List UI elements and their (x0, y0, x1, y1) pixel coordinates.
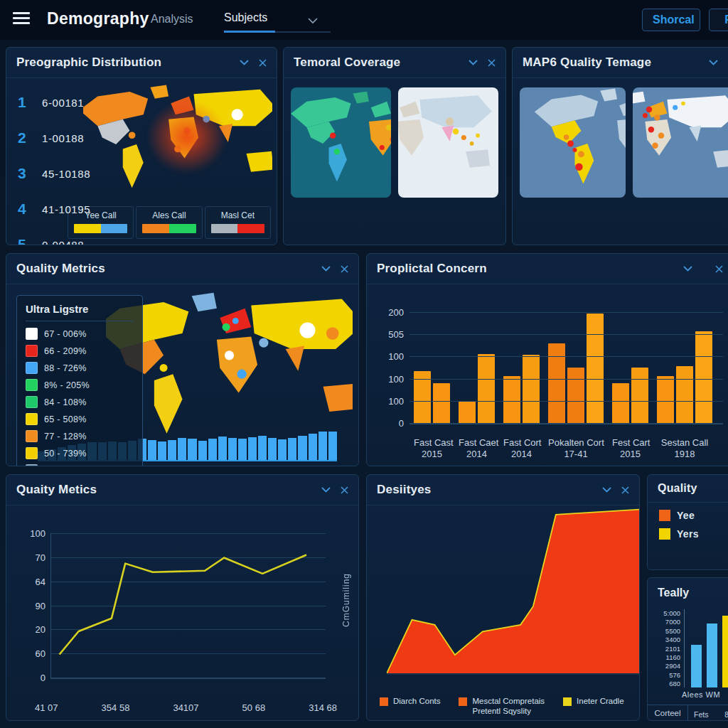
list-item-value: 0-00488 (42, 239, 84, 246)
legend-item[interactable]: Mesctal CompretaisPretentl Sqyslity (459, 696, 545, 716)
list-item[interactable]: 2 1-00188 (18, 120, 124, 156)
map-legend-item[interactable]: Masl Cet (205, 206, 271, 239)
subjects-dropdown[interactable]: Subjects (224, 9, 331, 33)
bar[interactable] (478, 354, 495, 423)
series-legend: Yee Yers (648, 510, 728, 540)
ranked-list: 1 6-00181 2 1-00188 3 45-10188 4 41-1019… (18, 85, 124, 245)
panel-temporal-coverage: Temoral Coverage (283, 47, 506, 245)
menu-icon[interactable] (13, 12, 30, 26)
list-item-value: 45-10188 (42, 168, 90, 180)
list-item-rank: 2 (18, 129, 42, 146)
list-item[interactable]: 4 41-10195 (18, 191, 124, 227)
legend-colorbar (142, 224, 196, 233)
collapse-icon[interactable] (321, 487, 331, 493)
legend-row: 77 - 128% (26, 430, 134, 442)
legend-row: 65 - 508% (26, 413, 134, 425)
map-thumbnail-americas[interactable] (520, 87, 626, 198)
legend-text: Yee (677, 510, 695, 521)
bar[interactable] (612, 383, 629, 423)
table-header-cell: Corteel (648, 705, 688, 720)
legend-swatch (659, 510, 670, 521)
bar-group (548, 312, 604, 423)
mini-bar[interactable] (691, 645, 702, 688)
bar[interactable] (567, 368, 584, 423)
legend-text: 67 - 006% (44, 329, 87, 339)
line-chart: 10070649020600 (50, 533, 326, 679)
close-icon[interactable] (259, 59, 267, 67)
legend-title: Ultra Ligstre (26, 303, 134, 321)
bar[interactable] (657, 376, 674, 423)
legend-swatch (26, 430, 38, 442)
heat-glow (147, 100, 227, 173)
list-item-rank: 5 (18, 236, 42, 245)
rotated-axis-label: CmGumiling (341, 573, 351, 627)
collapse-icon[interactable] (240, 60, 249, 65)
legend-swatch (26, 345, 38, 357)
bar-group (612, 312, 648, 423)
nav-analysis[interactable]: Analysis (151, 13, 193, 26)
panel-header: Desiityes (367, 475, 639, 505)
collapse-icon[interactable] (683, 266, 692, 272)
collapse-icon[interactable] (709, 60, 718, 65)
panel-header: Preographic Distribution (6, 48, 277, 78)
bar[interactable] (523, 355, 540, 423)
legend-text: Mesctal CompretaisPretentl Sqyslity (472, 696, 545, 716)
legend-item[interactable]: Ineter Cradle (563, 696, 623, 716)
choropleth-legend: Ultra Ligstre 67 - 006% 66 - 209% 88 - 7… (16, 295, 143, 466)
chevron-down-icon (308, 14, 318, 27)
bar[interactable] (587, 314, 604, 423)
legend-colorbar (211, 224, 264, 233)
legend-text: 66 - 209% (44, 346, 87, 356)
bar[interactable] (676, 366, 693, 423)
bar[interactable] (433, 383, 450, 423)
shorcal-button[interactable]: Shorcal (642, 9, 700, 31)
map-thumbnail-asia[interactable] (398, 87, 498, 198)
bar-group (414, 312, 450, 423)
legend-item[interactable]: Yers (659, 528, 728, 540)
map-thumbnail-africa-europe[interactable] (633, 87, 728, 198)
panel-header: Proplictal Concern (367, 254, 728, 284)
collapse-icon[interactable] (321, 266, 331, 272)
legend-swatch (26, 379, 38, 391)
top-bar: Demography Analysis Subjects Shorcal Fiv… (0, 0, 728, 40)
bar[interactable] (459, 401, 476, 423)
panel-header: MAP6 Quality Temage (513, 48, 728, 78)
list-item[interactable]: 1 6-00181 (18, 85, 124, 120)
list-item-value: 1-00188 (42, 132, 84, 144)
mini-bar-chart: 5:000700055003400210111602904576680 (652, 609, 728, 687)
close-icon[interactable] (341, 265, 348, 273)
bar[interactable] (631, 368, 648, 423)
close-icon[interactable] (621, 486, 629, 494)
bar[interactable] (503, 376, 520, 423)
list-item[interactable]: 3 45-10188 (18, 156, 124, 191)
bar[interactable] (548, 343, 565, 423)
panel-quality-metrics-map: Quality Metrics Ultra Ligstre 67 - 006% … (6, 253, 359, 466)
list-item[interactable]: 5 0-00488 (18, 227, 124, 245)
panel-header: Temoral Coverage (284, 48, 505, 78)
legend-text: 5% - 183% (44, 466, 90, 467)
legend-item[interactable]: Diarch Conts (380, 696, 440, 716)
close-icon[interactable] (488, 59, 496, 67)
collapse-icon[interactable] (602, 487, 611, 493)
mini-chart-x-label: Alees WM (682, 690, 720, 699)
legend-row: 67 - 006% (26, 328, 134, 340)
panel-header: Quaity Metics (6, 475, 358, 505)
list-item-rank: 3 (18, 165, 42, 182)
collapse-icon[interactable] (469, 60, 478, 65)
legend-swatch (380, 697, 388, 706)
legend-text: Diarch Conts (393, 696, 440, 716)
mini-bar[interactable] (707, 623, 717, 687)
legend-text: 77 - 128% (44, 432, 87, 441)
legend-item[interactable]: Yee (659, 510, 728, 521)
dashboard-root: Demography Analysis Subjects Shorcal Fiv… (0, 0, 728, 728)
bar-group (459, 312, 495, 423)
bar[interactable] (695, 331, 712, 423)
panel-title: Desiityes (377, 483, 592, 497)
close-icon[interactable] (341, 486, 348, 494)
map-thumbnail-world[interactable] (291, 87, 391, 198)
mini-bar[interactable] (722, 616, 728, 687)
map-legend-item[interactable]: Ales Call (136, 206, 202, 239)
fivi-button[interactable]: Fivi (709, 9, 728, 31)
legend-swatch (26, 447, 38, 459)
close-icon[interactable] (715, 265, 723, 273)
